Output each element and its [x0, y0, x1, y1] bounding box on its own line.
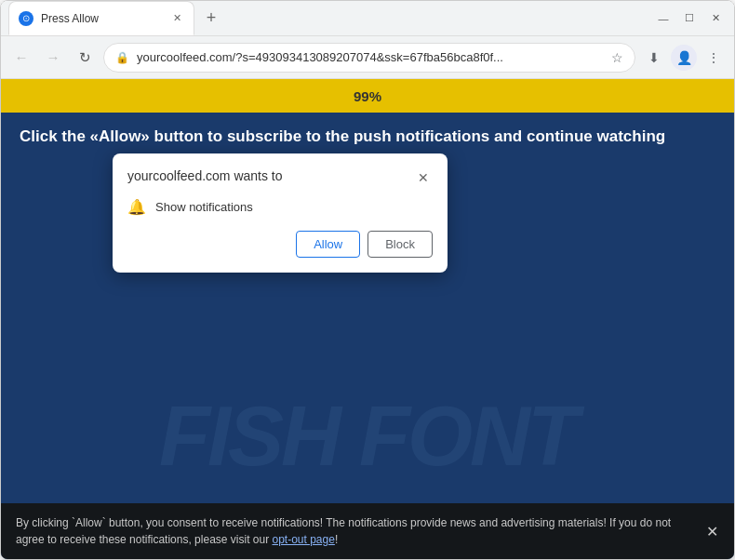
profile-button[interactable]: 👤: [671, 45, 697, 71]
window-controls: — ☐ ✕: [652, 7, 727, 30]
profile-icon: 👤: [676, 50, 692, 65]
consent-close-button[interactable]: ✕: [701, 520, 723, 542]
watermark-text: FISH FONT: [159, 389, 576, 485]
consent-text-after-link: !: [335, 533, 338, 546]
tab-favicon: ⊙: [19, 11, 33, 26]
opt-out-link[interactable]: opt-out page: [272, 533, 334, 546]
popup-close-button[interactable]: ✕: [414, 168, 433, 187]
notification-label: Show notifications: [155, 200, 253, 214]
popup-title: yourcoolfeed.com wants to: [127, 168, 283, 183]
nav-extras: ⬇ 👤 ⋮: [641, 45, 727, 71]
address-bar[interactable]: 🔒 yourcoolfeed.com/?s=493093413089207074…: [103, 43, 635, 73]
minimize-button[interactable]: —: [652, 7, 675, 30]
progress-text: 99%: [354, 88, 381, 104]
tab-title: Press Allow: [41, 12, 162, 25]
watermark-logo: FISH FONT: [1, 389, 734, 485]
back-button[interactable]: ←: [8, 45, 34, 71]
title-bar: ⊙ Press Allow ✕ + — ☐ ✕: [1, 1, 734, 36]
block-button[interactable]: Block: [368, 231, 433, 258]
notification-popup: yourcoolfeed.com wants to ✕ 🔔 Show notif…: [113, 153, 448, 273]
consent-bar: By clicking `Allow` button, you consent …: [1, 503, 734, 559]
navigation-bar: ← → ↻ 🔒 yourcoolfeed.com/?s=493093413089…: [1, 36, 734, 79]
new-tab-button[interactable]: +: [198, 6, 224, 32]
menu-button[interactable]: ⋮: [701, 45, 727, 71]
page-content: 99% Click the «Allow» button to subscrib…: [1, 79, 734, 559]
refresh-button[interactable]: ↻: [72, 45, 98, 71]
consent-text: By clicking `Allow` button, you consent …: [16, 514, 697, 548]
close-button[interactable]: ✕: [704, 7, 727, 30]
consent-text-before-link: By clicking `Allow` button, you consent …: [16, 516, 671, 546]
bookmark-icon[interactable]: ☆: [611, 50, 623, 65]
address-text: yourcoolfeed.com/?s=493093413089207074&s…: [137, 50, 604, 64]
allow-button[interactable]: Allow: [296, 231, 360, 258]
browser-window: ⊙ Press Allow ✕ + — ☐ ✕ ← → ↻ 🔒 yourcool…: [0, 0, 735, 560]
lock-icon: 🔒: [115, 51, 129, 64]
tab-close-button[interactable]: ✕: [169, 11, 184, 26]
download-icon[interactable]: ⬇: [641, 45, 667, 71]
progress-bar: 99%: [1, 79, 734, 113]
forward-button[interactable]: →: [40, 45, 66, 71]
popup-header: yourcoolfeed.com wants to ✕: [127, 168, 433, 187]
bell-icon: 🔔: [127, 198, 146, 216]
maximize-button[interactable]: ☐: [678, 7, 701, 30]
notification-permission-row: 🔔 Show notifications: [127, 198, 433, 216]
active-tab[interactable]: ⊙ Press Allow ✕: [8, 1, 194, 35]
tab-strip: ⊙ Press Allow ✕ +: [8, 1, 645, 35]
popup-buttons: Allow Block: [127, 231, 433, 258]
main-message-text: Click the «Allow» button to subscribe to…: [20, 126, 715, 148]
